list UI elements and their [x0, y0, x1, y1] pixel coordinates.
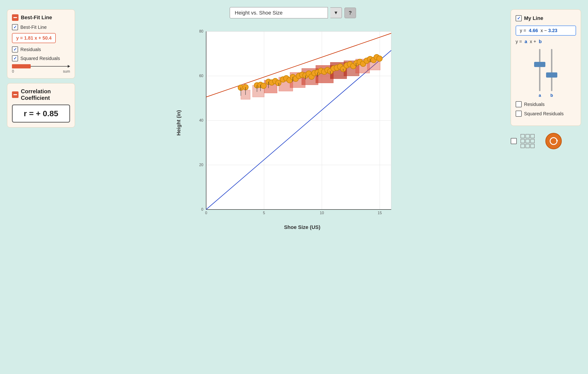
residuals-label: Residuals [20, 47, 41, 52]
grid-checkbox[interactable] [511, 138, 517, 144]
my-line-title: My Line [524, 15, 543, 21]
sum-bar-labels: 0 sum [12, 69, 70, 74]
svg-text:40: 40 [199, 118, 203, 122]
my-line-formula: y = a x + b [516, 39, 576, 44]
refresh-icon [549, 136, 558, 146]
bottom-right-area [511, 133, 581, 149]
correlation-title: Correlation Coefficient [21, 88, 51, 101]
grid-cell-4 [521, 139, 525, 143]
my-line-equation-display: y = 4.66 x − 3.23 [516, 26, 576, 36]
grid-cell-6 [530, 139, 535, 143]
my-line-squared-residuals-checkbox[interactable] [516, 111, 522, 117]
grid-icon [521, 134, 535, 148]
my-line-squared-residuals-label: Squared Residuals [524, 111, 564, 117]
slider-b-label: b [551, 93, 553, 98]
grid-cell-7 [521, 144, 525, 148]
slider-a-thumb[interactable] [534, 62, 545, 67]
slider-a-label: a [539, 93, 541, 98]
grid-cell-3 [530, 134, 535, 138]
help-button[interactable]: ? [344, 8, 356, 18]
dataset-dropdown[interactable]: Height vs. Shoe Size [230, 7, 328, 19]
grid-cell-8 [525, 144, 530, 148]
formula-b: b [539, 39, 542, 44]
best-fit-header: Best-Fit Line [12, 14, 70, 21]
my-line-b-value: 3.23 [548, 28, 557, 33]
grid-cell-9 [530, 144, 535, 148]
y-axis-label-container: Height (in) [176, 23, 182, 222]
slider-b-column: b [551, 49, 553, 98]
svg-text:5: 5 [263, 211, 265, 215]
center-area: Height vs. Shoe Size ▼ ? Height (in) [80, 7, 506, 222]
my-line-header: My Line [516, 15, 576, 21]
dropdown-arrow-button[interactable]: ▼ [330, 7, 342, 18]
grid-cell-2 [525, 134, 530, 138]
best-fit-icon [12, 14, 19, 21]
my-line-card: My Line y = 4.66 x − 3.23 y = a x + b a … [511, 9, 581, 126]
slider-a-track[interactable] [539, 49, 540, 91]
my-line-residuals-checkbox[interactable] [516, 101, 522, 107]
my-line-checkbox[interactable] [516, 15, 522, 21]
formula-a: a [525, 39, 527, 44]
right-checkboxes: Residuals Squared Residuals [516, 101, 576, 117]
svg-point-38 [261, 83, 266, 89]
svg-point-42 [275, 80, 281, 86]
svg-text:80: 80 [199, 29, 203, 33]
sum-bar-arrow [31, 66, 70, 66]
my-line-residuals-row[interactable]: Residuals [516, 101, 576, 107]
best-fit-checkbox[interactable] [12, 24, 18, 30]
my-line-a-value: 4.66 [529, 28, 538, 33]
grid-cell-5 [525, 139, 530, 143]
best-fit-checkbox-row[interactable]: Best-Fit Line [12, 24, 70, 30]
best-fit-checkbox-label: Best-Fit Line [20, 25, 47, 30]
slider-a-column: a [539, 49, 541, 98]
y-axis-label: Height (in) [176, 110, 182, 136]
sum-label: sum [63, 69, 70, 74]
correlation-icon [12, 91, 19, 98]
svg-text:20: 20 [199, 163, 203, 167]
svg-text:60: 60 [199, 74, 203, 78]
chart-wrapper: Height (in) 0 20 40 60 [187, 23, 398, 222]
correlation-header: Correlation Coefficient [12, 88, 70, 101]
svg-text:10: 10 [320, 211, 324, 215]
best-fit-equation: y = 1.81 x + 50.4 [12, 33, 56, 43]
sum-bar-track [12, 64, 70, 68]
left-panel: Best-Fit Line Best-Fit Line y = 1.81 x +… [7, 9, 75, 128]
correlation-card: Correlation Coefficient r = + 0.85 [7, 83, 75, 128]
chart-svg: 0 20 40 60 80 0 5 10 15 [187, 23, 398, 222]
squared-residuals-checkbox-row[interactable]: Squared Residuals [12, 55, 70, 61]
best-fit-title: Best-Fit Line [21, 14, 52, 21]
best-fit-card: Best-Fit Line Best-Fit Line y = 1.81 x +… [7, 9, 75, 78]
sum-zero-label: 0 [12, 69, 14, 74]
sum-bar-fill [12, 64, 31, 68]
x-axis-label: Shoe Size (US) [206, 224, 398, 230]
residuals-checkbox[interactable] [12, 46, 18, 53]
refresh-button[interactable] [545, 133, 562, 149]
grid-cell-1 [521, 134, 525, 138]
squared-residuals-label: Squared Residuals [20, 56, 60, 61]
svg-text:0: 0 [201, 207, 203, 211]
svg-text:0: 0 [205, 211, 207, 215]
my-line-residuals-label: Residuals [524, 102, 545, 107]
correlation-value: r = + 0.85 [12, 105, 70, 123]
my-line-squared-residuals-row[interactable]: Squared Residuals [516, 111, 576, 117]
sum-bar-container: 0 sum [12, 64, 70, 74]
svg-point-73 [377, 56, 382, 61]
slider-b-thumb[interactable] [546, 72, 557, 78]
dropdown-row: Height vs. Shoe Size ▼ ? [230, 7, 356, 19]
right-panel: My Line y = 4.66 x − 3.23 y = a x + b a … [511, 9, 581, 149]
sliders-container: a b [516, 49, 576, 98]
squared-residuals-checkbox[interactable] [12, 55, 18, 61]
slider-b-track[interactable] [551, 49, 552, 91]
svg-text:15: 15 [378, 211, 382, 215]
residuals-checkbox-row[interactable]: Residuals [12, 46, 70, 53]
